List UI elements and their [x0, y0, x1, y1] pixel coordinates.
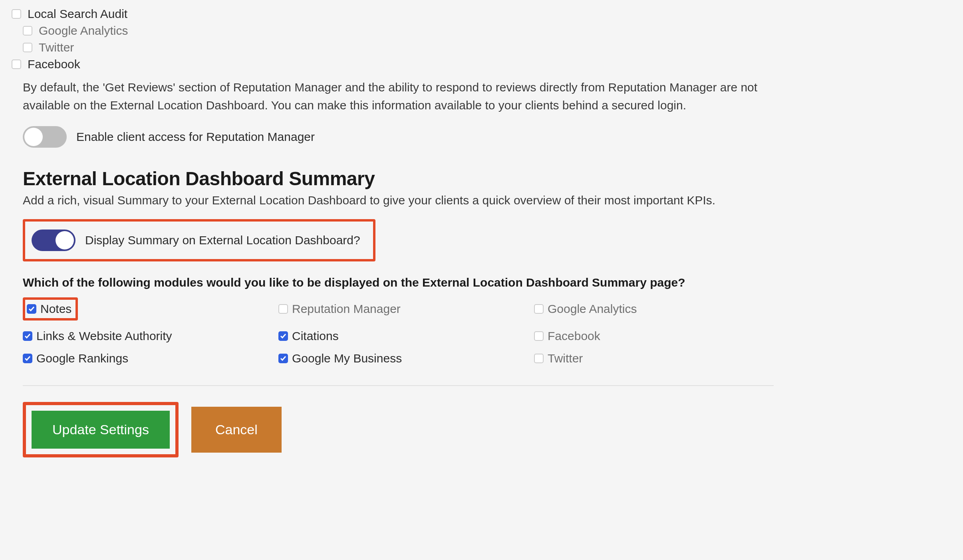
module-label: Facebook: [548, 329, 600, 343]
divider: [23, 385, 774, 386]
info-paragraph: By default, the 'Get Reviews' section of…: [23, 78, 762, 114]
checkbox-facebook[interactable]: [12, 59, 21, 69]
module-label: Notes: [40, 302, 71, 316]
module-label: Links & Website Authority: [36, 329, 172, 343]
checkbox-row-local-search-audit: Local Search Audit: [12, 7, 943, 21]
checkbox-google-rankings[interactable]: [23, 354, 32, 363]
module-cell-facebook: Facebook: [534, 329, 790, 343]
checkbox-twitter[interactable]: [23, 43, 32, 52]
enable-client-access-row: Enable client access for Reputation Mana…: [23, 126, 943, 148]
checkbox-module-twitter[interactable]: [534, 354, 544, 363]
module-cell-citations: Citations: [278, 329, 534, 343]
display-summary-toggle[interactable]: [32, 230, 75, 251]
checkbox-local-search-audit[interactable]: [12, 9, 21, 19]
checkbox-module-google-analytics[interactable]: [534, 304, 544, 314]
summary-toggle-highlight: Display Summary on External Location Das…: [23, 219, 943, 261]
settings-page: Local Search Audit Google Analytics Twit…: [0, 0, 963, 477]
toggle-knob: [56, 231, 74, 249]
module-cell-twitter: Twitter: [534, 352, 790, 365]
checkbox-reputation-manager[interactable]: [278, 304, 288, 314]
toggle-knob: [24, 128, 43, 146]
checkbox-label: Google Analytics: [39, 24, 128, 38]
module-label: Google Analytics: [548, 302, 637, 316]
actions-row: Update Settings Cancel: [23, 402, 943, 457]
summary-section-description: Add a rich, visual Summary to your Exter…: [23, 194, 943, 207]
module-cell-google-analytics: Google Analytics: [534, 302, 790, 316]
modules-question: Which of the following modules would you…: [23, 276, 943, 289]
modules-grid: Notes Reputation Manager Google Analytic…: [23, 297, 943, 365]
checkbox-row-google-analytics: Google Analytics: [23, 24, 943, 38]
cancel-button[interactable]: Cancel: [191, 407, 282, 453]
enable-client-access-label: Enable client access for Reputation Mana…: [76, 130, 315, 144]
checkbox-google-my-business[interactable]: [278, 354, 288, 363]
checkbox-module-facebook[interactable]: [534, 331, 544, 341]
module-cell-links-authority: Links & Website Authority: [23, 329, 278, 343]
module-label: Google My Business: [292, 352, 402, 365]
checkbox-row-twitter: Twitter: [23, 41, 943, 54]
module-label: Citations: [292, 329, 339, 343]
checkbox-label: Local Search Audit: [28, 7, 127, 21]
checkbox-google-analytics[interactable]: [23, 26, 32, 36]
checkbox-label: Facebook: [28, 57, 80, 71]
summary-section-title: External Location Dashboard Summary: [23, 168, 943, 190]
module-cell-notes: Notes: [23, 297, 278, 321]
checkbox-citations[interactable]: [278, 331, 288, 341]
module-cell-reputation-manager: Reputation Manager: [278, 302, 534, 316]
checkbox-notes[interactable]: [27, 304, 36, 314]
module-label: Reputation Manager: [292, 302, 401, 316]
update-settings-button[interactable]: Update Settings: [32, 411, 170, 449]
enable-client-access-toggle[interactable]: [23, 126, 67, 148]
module-label: Google Rankings: [36, 352, 128, 365]
notes-highlight: Notes: [23, 297, 78, 321]
module-label: Twitter: [548, 352, 583, 365]
module-cell-google-my-business: Google My Business: [278, 352, 534, 365]
checkbox-links-authority[interactable]: [23, 331, 32, 341]
checkbox-label: Twitter: [39, 41, 74, 54]
display-summary-label: Display Summary on External Location Das…: [85, 233, 360, 247]
module-cell-google-rankings: Google Rankings: [23, 352, 278, 365]
checkbox-row-facebook: Facebook: [12, 57, 943, 71]
update-button-highlight: Update Settings: [23, 402, 179, 457]
